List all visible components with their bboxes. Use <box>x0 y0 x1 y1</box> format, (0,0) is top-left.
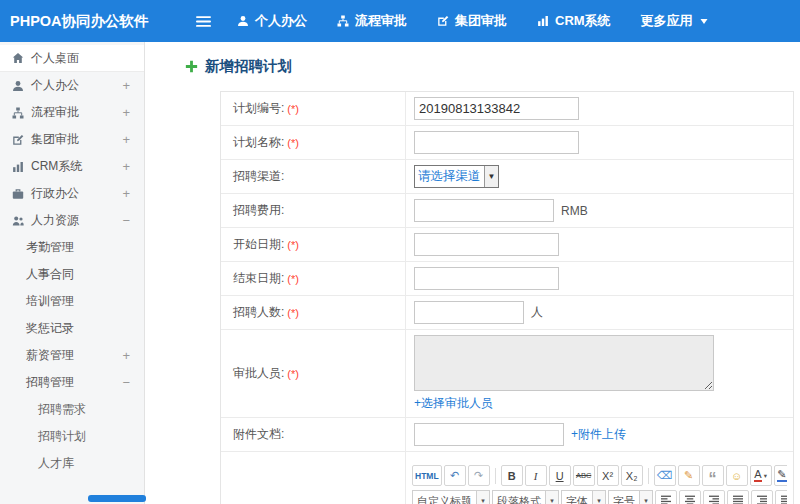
blockquote-button[interactable]: “ <box>702 465 724 486</box>
flow-icon <box>337 15 349 27</box>
approvers-picker-link[interactable]: +选择审批人员 <box>414 395 493 412</box>
undo-button[interactable]: ↶ <box>444 465 466 486</box>
sidebar-item-training[interactable]: 培训管理 <box>0 288 144 315</box>
top-nav: 个人办公流程审批集团审批CRM系统更多应用 <box>237 12 709 30</box>
sidebar-item-talent-pool[interactable]: 人才库 <box>0 450 144 477</box>
emoticon-button[interactable]: ☺ <box>726 465 748 486</box>
remove-format-button[interactable]: ⌫ <box>654 465 676 486</box>
sidebar-item-hr-contract[interactable]: 人事合同 <box>0 261 144 288</box>
sidebar-item-workflow-approval[interactable]: 流程审批+ <box>0 99 144 126</box>
field-label-cell <box>221 452 406 504</box>
sidebar-item-label: 薪资管理 <box>26 347 74 364</box>
field-value-cell: 人 <box>406 296 793 329</box>
font-size-select[interactable]: 字号▾ <box>608 490 653 504</box>
font-color-button[interactable]: A▾ <box>750 465 772 486</box>
superscript-button[interactable]: X² <box>597 465 619 486</box>
sidebar-item-attendance[interactable]: 考勤管理 <box>0 234 144 261</box>
sidebar-item-label: 人力资源 <box>31 212 79 229</box>
nav-item-label: CRM系统 <box>555 12 611 30</box>
subscript-icon: X₂ <box>626 470 638 482</box>
nav-crm-system[interactable]: CRM系统 <box>537 12 611 30</box>
sidebar-item-recruit-mgmt[interactable]: 招聘管理− <box>0 369 144 396</box>
redo-button[interactable]: ↷ <box>468 465 490 486</box>
nav-group-approval[interactable]: 集团审批 <box>437 12 507 30</box>
field-label-cell: 招聘渠道: <box>221 160 406 193</box>
toolbar-separator <box>648 468 649 484</box>
sidebar-item-recruit-demand[interactable]: 招聘需求 <box>0 396 144 423</box>
custom-heading-select[interactable]: 自定义标题▾ <box>412 490 490 504</box>
indent-button[interactable] <box>775 490 787 504</box>
field-label-cell: 计划名称:(*) <box>221 126 406 159</box>
sidebar-item-admin-office[interactable]: 行政办公+ <box>0 180 144 207</box>
expand-toggle[interactable]: + <box>122 105 130 120</box>
required-mark: (*) <box>287 273 299 285</box>
undo-icon: ↶ <box>450 469 459 482</box>
sidebar-item-crm-system[interactable]: CRM系统+ <box>0 153 144 180</box>
highlight-color-button[interactable]: ✎▾ <box>774 465 787 486</box>
align-center-button[interactable] <box>679 490 701 504</box>
form-row-plan-name: 计划名称:(*) <box>221 126 793 160</box>
expand-toggle[interactable]: + <box>122 78 130 93</box>
sidebar-item-personal-desktop[interactable]: 个人桌面 <box>0 45 144 72</box>
nav-workflow-approval[interactable]: 流程审批 <box>337 12 407 30</box>
bold-button[interactable]: B <box>501 465 523 486</box>
select-value: 请选择渠道 <box>415 166 484 187</box>
required-mark: (*) <box>287 368 299 380</box>
field-label-cell: 附件文档: <box>221 418 406 451</box>
paragraph-format-select[interactable]: 段落格式▾ <box>492 490 559 504</box>
menu-icon[interactable] <box>196 15 211 28</box>
recruit-count-input[interactable] <box>414 301 524 324</box>
align-justify-button[interactable] <box>727 490 749 504</box>
end-date-input[interactable] <box>414 267 559 290</box>
sidebar-item-label: 行政办公 <box>31 185 79 202</box>
sidebar-item-label: CRM系统 <box>31 158 82 175</box>
field-label-cell: 结束日期:(*) <box>221 262 406 295</box>
sidebar-item-salary-mgmt[interactable]: 薪资管理+ <box>0 342 144 369</box>
plan-name-input[interactable] <box>414 131 579 154</box>
nav-personal-office[interactable]: 个人办公 <box>237 12 307 30</box>
attachment-input[interactable] <box>414 423 564 446</box>
expand-toggle[interactable]: − <box>122 213 130 228</box>
italic-button[interactable]: I <box>525 465 547 486</box>
field-label: 附件文档: <box>233 426 284 443</box>
align-right-button[interactable] <box>703 490 725 504</box>
expand-toggle[interactable]: + <box>122 132 130 147</box>
sidebar-item-group-approval[interactable]: 集团审批+ <box>0 126 144 153</box>
expand-toggle[interactable]: + <box>122 348 130 363</box>
html-source-button[interactable]: HTML <box>412 465 442 486</box>
superscript-icon: X² <box>602 470 613 482</box>
caret-down-icon: ▾ <box>545 491 558 504</box>
field-label: 招聘费用: <box>233 202 284 219</box>
attachment-upload-link[interactable]: +附件上传 <box>571 426 626 443</box>
nav-item-label: 更多应用 <box>641 12 693 30</box>
outdent-button[interactable] <box>751 490 773 504</box>
sidebar-item-label: 培训管理 <box>26 293 74 310</box>
sidebar-item-rewards-records[interactable]: 奖惩记录 <box>0 315 144 342</box>
format-painter-button[interactable]: ✎ <box>678 465 700 486</box>
sidebar-item-personal-office[interactable]: 个人办公+ <box>0 72 144 99</box>
form-row-start-date: 开始日期:(*) <box>221 228 793 262</box>
expand-toggle[interactable]: − <box>122 375 130 390</box>
redo-icon: ↷ <box>474 469 483 482</box>
expand-toggle[interactable]: + <box>122 159 130 174</box>
font-family-select[interactable]: 字体▾ <box>561 490 606 504</box>
nav-more-apps[interactable]: 更多应用 <box>641 12 709 30</box>
field-value-cell <box>406 262 793 295</box>
subscript-button[interactable]: X₂ <box>621 465 643 486</box>
scrollbar-thumb[interactable] <box>88 495 146 502</box>
plan-number-input[interactable] <box>414 97 579 120</box>
approvers-textarea[interactable] <box>414 335 714 391</box>
underline-button[interactable]: U <box>549 465 571 486</box>
sidebar-item-hr[interactable]: 人力资源− <box>0 207 144 234</box>
recruit-channel-select[interactable]: 请选择渠道▼ <box>414 165 499 188</box>
start-date-input[interactable] <box>414 233 559 256</box>
align-right-icon <box>708 494 720 504</box>
editor-toolbar-row1: HTML↶↷BIUABCX²X₂⌫✎“☺A▾✎▾ <box>412 465 787 486</box>
sidebar-item-recruit-plan[interactable]: 招聘计划 <box>0 423 144 450</box>
strikethrough-button[interactable]: ABC <box>573 465 595 486</box>
align-left-button[interactable] <box>655 490 677 504</box>
expand-toggle[interactable]: + <box>122 186 130 201</box>
recruit-cost-input[interactable] <box>414 199 554 222</box>
field-label-cell: 审批人员:(*) <box>221 330 406 417</box>
flow-icon <box>12 107 24 119</box>
